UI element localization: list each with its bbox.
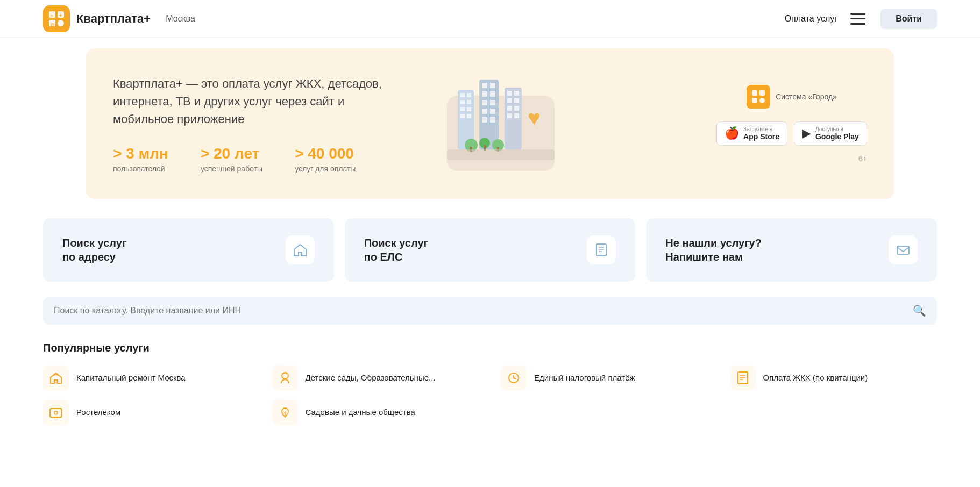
popular-title: Популярные услуги <box>43 342 937 354</box>
logo-text: Квартплата+ <box>76 12 151 26</box>
receipt-icon <box>730 365 756 391</box>
logo-icon: ≈ + ◎ <box>43 5 70 32</box>
stat-years: > 20 лет успешной работы <box>201 145 262 173</box>
svg-text:+: + <box>59 13 62 18</box>
search-input[interactable] <box>54 306 913 316</box>
googleplay-small: Доступно в <box>815 126 859 132</box>
house-repair-icon <box>43 365 69 391</box>
tax-icon <box>501 365 527 391</box>
hero-right: Система «Город» 🍎 Загрузите в App Store … <box>716 85 867 163</box>
header: ≈ + ◎ Квартплата+ Москва Оплата услуг Во… <box>0 0 980 38</box>
appstore-badge[interactable]: 🍎 Загрузите в App Store <box>716 121 787 146</box>
popular-item-rostelecom[interactable]: Ростелеком <box>43 399 251 425</box>
svg-rect-53 <box>897 246 909 254</box>
education-icon <box>272 365 298 391</box>
svg-rect-47 <box>752 98 757 103</box>
service-card-contact[interactable]: Не нашли услугу?Напишите нам <box>646 218 937 282</box>
app-badges: 🍎 Загрузите в App Store ▶ Доступно в Goo… <box>716 121 867 146</box>
svg-text:≈: ≈ <box>51 13 53 18</box>
popular-section: Популярные услуги Капитальный ремонт Мос… <box>43 342 937 425</box>
svg-rect-58 <box>738 372 748 384</box>
popular-item-gkh[interactable]: Оплата ЖКХ (по квитанции) <box>730 365 938 391</box>
age-rating: 6+ <box>858 154 867 163</box>
header-city: Москва <box>166 14 195 24</box>
nav-services[interactable]: Оплата услуг <box>785 14 837 24</box>
stat-services-label: услуг для оплаты <box>295 164 356 173</box>
apple-icon: 🍎 <box>725 126 739 140</box>
stat-users-num: > 3 млн <box>113 145 168 162</box>
service-card-els[interactable]: Поиск услугпо ЕЛС <box>345 218 636 282</box>
google-icon: ▶ <box>802 126 811 140</box>
svg-point-3 <box>58 20 64 26</box>
hero-title: Квартплата+ — это оплата услуг ЖКХ, детс… <box>113 75 382 128</box>
stat-users-label: пользователей <box>113 164 168 173</box>
hero-banner: Квартплата+ — это оплата услуг ЖКХ, детс… <box>86 48 894 199</box>
svg-rect-62 <box>50 409 62 417</box>
popular-item-detsad-label: Детские сады, Образовательные... <box>306 373 436 383</box>
popular-item-kaprem[interactable]: Капитальный ремонт Москва <box>43 365 251 391</box>
svg-rect-54 <box>55 381 57 383</box>
svg-rect-49 <box>596 244 606 256</box>
appstore-big: App Store <box>743 132 779 141</box>
search-bar: 🔍 <box>43 297 937 325</box>
menu-icon[interactable] <box>850 13 865 25</box>
googleplay-badge[interactable]: ▶ Доступно в Google Play <box>794 121 867 146</box>
stat-years-num: > 20 лет <box>201 145 262 162</box>
service-card-address[interactable]: Поиск услугпо адресу <box>43 218 334 282</box>
hero-left: Квартплата+ — это оплата услуг ЖКХ, детс… <box>113 75 716 173</box>
envelope-icon <box>889 235 918 264</box>
login-button[interactable]: Войти <box>880 9 937 29</box>
popular-item-rostelecom-label: Ростелеком <box>76 407 120 418</box>
hero-stats: > 3 млн пользователей > 20 лет успешной … <box>113 145 716 173</box>
svg-rect-45 <box>752 90 757 96</box>
stat-years-label: успешной работы <box>201 164 262 173</box>
popular-grid: Капитальный ремонт Москва Детские сады, … <box>43 365 937 425</box>
svg-point-65 <box>54 411 58 414</box>
service-card-address-title: Поиск услугпо адресу <box>62 236 126 264</box>
service-card-els-title: Поиск услугпо ЕЛС <box>364 236 428 264</box>
svg-text:◎: ◎ <box>51 22 54 27</box>
svg-point-48 <box>759 98 765 103</box>
popular-item-detsad[interactable]: Детские сады, Образовательные... <box>272 365 480 391</box>
sistema-badge: Система «Город» <box>747 85 837 109</box>
stat-services-num: > 40 000 <box>295 145 356 162</box>
popular-item-tax[interactable]: Единый налоговый платёж <box>501 365 708 391</box>
stat-services: > 40 000 услуг для оплаты <box>295 145 356 173</box>
logo[interactable]: ≈ + ◎ Квартплата+ <box>43 5 151 32</box>
svg-point-57 <box>513 377 515 379</box>
document-icon <box>587 235 616 264</box>
tv-icon <box>43 399 69 425</box>
popular-item-tax-label: Единый налоговый платёж <box>534 373 635 383</box>
popular-item-kaprem-label: Капитальный ремонт Москва <box>76 373 186 383</box>
sistema-text: Система «Город» <box>776 92 837 101</box>
popular-item-garden[interactable]: Садовые и дачные общества <box>272 399 480 425</box>
popular-item-gkh-label: Оплата ЖКХ (по квитанции) <box>763 373 868 383</box>
home-icon <box>286 235 315 264</box>
stat-users: > 3 млн пользователей <box>113 145 168 173</box>
search-icon: 🔍 <box>913 304 926 317</box>
appstore-small: Загрузите в <box>743 126 779 132</box>
svg-point-55 <box>282 373 288 379</box>
main-content: Поиск услугпо адресу Поиск услугпо ЕЛС <box>0 199 980 445</box>
service-cards: Поиск услугпо адресу Поиск услугпо ЕЛС <box>43 218 937 282</box>
googleplay-big: Google Play <box>815 132 859 141</box>
popular-item-garden-label: Садовые и дачные общества <box>306 407 415 418</box>
service-card-contact-title: Не нашли услугу?Напишите нам <box>665 236 762 264</box>
svg-rect-46 <box>759 90 765 96</box>
sistema-icon <box>747 85 770 109</box>
garden-icon <box>272 399 298 425</box>
